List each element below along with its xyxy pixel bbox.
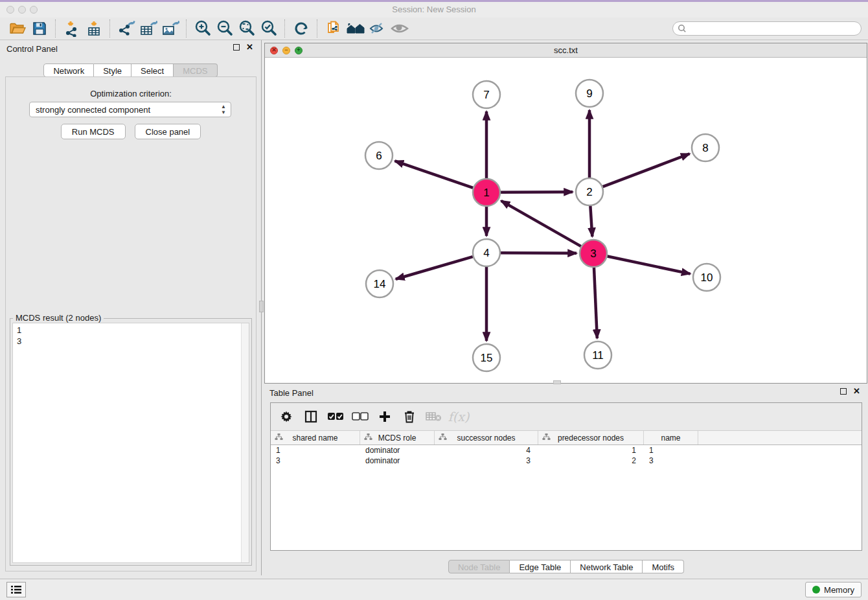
copy-network-view-button[interactable]	[323, 19, 345, 38]
settings-gear-button[interactable]	[277, 408, 295, 426]
graph-node-9[interactable]: 9	[576, 80, 603, 107]
zoom-fit-button[interactable]	[236, 19, 258, 38]
main-toolbar	[0, 17, 868, 40]
column-header-shared-name[interactable]: shared name	[271, 431, 360, 444]
import-table-button[interactable]	[83, 19, 105, 38]
column-header-successor-nodes[interactable]: successor nodes	[435, 431, 538, 444]
graph-node-15[interactable]: 15	[473, 344, 500, 371]
graph-node-10[interactable]: 10	[693, 264, 720, 291]
graph-node-6[interactable]: 6	[365, 142, 393, 169]
svg-text:9: 9	[586, 87, 592, 100]
svg-text:11: 11	[592, 349, 604, 362]
select-all-columns-button[interactable]	[326, 408, 345, 426]
zoom-selected-button[interactable]	[258, 19, 280, 38]
graph-node-7[interactable]: 7	[473, 81, 500, 108]
table-cell[interactable]: 1	[644, 445, 698, 456]
network-graph[interactable]: 7968124314101511	[265, 57, 867, 383]
save-floppy-icon	[32, 21, 47, 36]
float-panel-icon[interactable]	[233, 44, 240, 51]
svg-text:15: 15	[481, 352, 493, 364]
column-header-mcds-role[interactable]: MCDS role	[360, 431, 435, 444]
graph-node-8[interactable]: 8	[692, 134, 719, 161]
svg-text:2: 2	[586, 186, 592, 198]
table-cell[interactable]: 1	[271, 445, 360, 456]
table-cell[interactable]: 2	[538, 456, 644, 466]
graph-edge-2-3[interactable]	[590, 206, 592, 237]
svg-text:14: 14	[374, 278, 386, 290]
search-input[interactable]	[672, 21, 862, 36]
export-network-button[interactable]	[115, 19, 137, 38]
close-panel-icon[interactable]: ✕	[246, 44, 253, 51]
tab-network[interactable]: Network	[43, 63, 94, 77]
home-layout-button[interactable]	[345, 19, 367, 38]
graph-edge-3-10[interactable]	[608, 257, 691, 274]
open-session-button[interactable]	[6, 19, 29, 38]
save-session-button[interactable]	[29, 19, 51, 38]
mcds-result-textarea[interactable]: 1 3	[12, 323, 249, 563]
tab-edge-table[interactable]: Edge Table	[510, 560, 571, 573]
window-title: Session: New Session	[0, 5, 868, 14]
tab-motifs[interactable]: Motifs	[643, 560, 684, 573]
tab-node-table[interactable]: Node Table	[448, 560, 510, 573]
tab-mcds[interactable]: MCDS	[174, 63, 217, 77]
graph-node-3[interactable]: 3	[580, 240, 607, 267]
graph-edge-4-14[interactable]	[396, 257, 473, 279]
delete-column-button[interactable]	[400, 408, 418, 426]
graph-node-14[interactable]: 14	[366, 270, 393, 297]
zoom-out-button[interactable]	[214, 19, 236, 38]
add-column-button[interactable]	[376, 408, 394, 426]
graph-node-4[interactable]: 4	[473, 239, 500, 266]
export-image-button[interactable]	[159, 19, 181, 38]
column-header-name[interactable]: name	[644, 431, 698, 444]
float-table-panel-icon[interactable]	[840, 388, 847, 395]
graph-edge-1-2[interactable]	[501, 192, 573, 192]
close-table-panel-icon[interactable]: ✕	[853, 388, 860, 395]
graph-edge-3-1[interactable]	[501, 201, 581, 246]
close-panel-button[interactable]: Close panel	[135, 124, 201, 139]
memory-button[interactable]: Memory	[805, 582, 862, 597]
graph-node-1[interactable]: 1	[473, 179, 500, 206]
zoom-in-button[interactable]	[192, 19, 214, 38]
show-column-button[interactable]	[302, 408, 320, 426]
table-cell[interactable]: 1	[538, 445, 644, 456]
table-row[interactable]: 3dominator323	[271, 456, 862, 466]
graph-edge-1-6[interactable]	[395, 161, 474, 187]
delete-table-button[interactable]	[425, 408, 443, 426]
column-header-predecessor-nodes[interactable]: predecessor nodes	[538, 431, 644, 444]
table-row[interactable]: 1dominator411	[271, 445, 862, 456]
criterion-select[interactable]: strongly connected component ▲▼	[29, 102, 231, 117]
houses-icon	[346, 21, 365, 36]
table-cell[interactable]: 3	[644, 456, 698, 466]
table-cell[interactable]: 3	[435, 456, 538, 466]
table-cell[interactable]: 3	[271, 456, 360, 466]
control-panel-tabs: Network Style Select MCDS	[0, 63, 261, 77]
graph-edge-2-8[interactable]	[603, 154, 690, 187]
run-mcds-button[interactable]: Run MCDS	[61, 124, 126, 139]
graph-edge-4-3[interactable]	[501, 253, 577, 253]
tab-style[interactable]: Style	[94, 63, 131, 77]
plus-icon	[378, 410, 391, 423]
export-table-button[interactable]	[137, 19, 159, 38]
hide-graphics-details-button[interactable]	[367, 19, 389, 38]
show-graphics-details-button[interactable]	[389, 19, 411, 38]
tab-select[interactable]: Select	[131, 63, 174, 77]
table-cell[interactable]: dominator	[360, 456, 435, 466]
select-stepper-icon: ▲▼	[221, 104, 226, 115]
graph-node-11[interactable]: 11	[584, 341, 611, 369]
graph-node-2[interactable]: 2	[576, 178, 603, 205]
task-history-button[interactable]	[6, 582, 26, 597]
table-cell[interactable]: dominator	[360, 445, 435, 456]
network-canvas[interactable]: 7968124314101511	[265, 57, 867, 383]
horizontal-splitter-handle[interactable]	[553, 380, 561, 384]
refresh-view-button[interactable]	[290, 19, 312, 38]
result-scrollbar[interactable]	[241, 323, 249, 562]
table-cell[interactable]: 4	[435, 445, 538, 456]
memory-status-dot	[812, 586, 820, 594]
import-network-button[interactable]	[61, 19, 83, 38]
unselect-all-columns-button[interactable]	[351, 408, 369, 426]
tab-network-table[interactable]: Network Table	[571, 560, 643, 573]
export-image-icon	[161, 20, 179, 37]
graph-edge-3-11[interactable]	[594, 268, 597, 338]
vertical-splitter-handle[interactable]	[259, 301, 264, 312]
function-builder-button[interactable]: f(x)	[450, 408, 468, 426]
